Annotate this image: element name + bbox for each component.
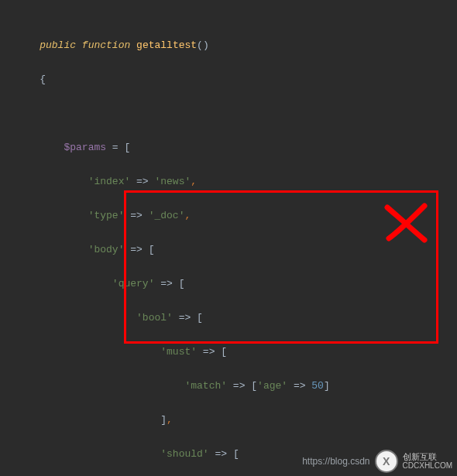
watermark-brand-cn: 创新互联 (403, 452, 452, 461)
bracket-open: [ (251, 380, 257, 392)
comma: , (167, 414, 173, 426)
bracket-open: [ (197, 312, 203, 324)
op-arrow: => (124, 244, 148, 255)
code-line: 'body' => [ (0, 241, 457, 259)
comma: , (184, 210, 191, 221)
comma: , (191, 176, 197, 187)
bracket-open: [ (179, 278, 185, 289)
str-bool: 'bool' (136, 312, 173, 324)
code-line: 'bool' => [ (0, 310, 457, 327)
op-assign: = (106, 142, 124, 153)
str-query: 'query' (112, 278, 155, 289)
op-arrow: => (197, 346, 221, 358)
op-arrow: => (130, 176, 154, 187)
bracket-close: ] (160, 414, 167, 426)
code-line: 'type' => '_doc', (0, 207, 457, 224)
str-doc: '_doc' (149, 210, 185, 221)
str-should: 'should' (160, 448, 208, 460)
bracket-close: ] (324, 380, 330, 392)
code-line: $params = [ (0, 139, 457, 156)
op-arrow: => (287, 380, 311, 392)
function-name: getalltest (136, 39, 197, 51)
code-line: public function getalltest() (0, 37, 457, 54)
watermark: https://blog.csdn X 创新互联 CDCXHLCOM (297, 447, 457, 476)
op-arrow: => (227, 380, 251, 392)
code-line: 'match' => ['age' => 50] (0, 378, 457, 395)
str-must: 'must' (160, 346, 197, 358)
watermark-url: https://blog.csdn (302, 453, 369, 470)
paren-close: ) (203, 39, 209, 51)
op-arrow: => (173, 312, 197, 324)
code-line: { (0, 71, 457, 88)
var-params: $params (64, 142, 106, 153)
code-line: 'index' => 'news', (0, 173, 457, 190)
code-line: ], (0, 412, 457, 429)
keyword-function: function (82, 39, 130, 51)
op-arrow: => (154, 278, 178, 289)
code-editor: public function getalltest() { $params =… (0, 0, 457, 476)
bracket-open: [ (233, 448, 239, 460)
bracket-open: [ (124, 142, 130, 153)
str-type: 'type' (88, 210, 125, 221)
paren-open: ( (197, 39, 203, 51)
str-body: 'body' (88, 244, 125, 255)
num-50: 50 (311, 380, 324, 392)
str-index: 'index' (88, 176, 131, 187)
bracket-open: [ (221, 346, 227, 358)
str-news: 'news' (154, 176, 191, 187)
watermark-text: 创新互联 CDCXHLCOM (403, 452, 452, 471)
code-line: 'query' => [ (0, 276, 457, 293)
brace-open: { (40, 74, 46, 85)
code-line (0, 105, 457, 122)
str-age: 'age' (257, 380, 287, 392)
keyword-public: public (40, 39, 76, 51)
watermark-brand-en: CDCXHLCOM (403, 461, 452, 471)
op-arrow: => (209, 448, 233, 460)
str-match: 'match' (184, 380, 227, 392)
watermark-logo-icon: X (375, 450, 398, 473)
bracket-open: [ (149, 244, 155, 255)
op-arrow: => (124, 210, 148, 221)
code-line: 'must' => [ (0, 344, 457, 361)
